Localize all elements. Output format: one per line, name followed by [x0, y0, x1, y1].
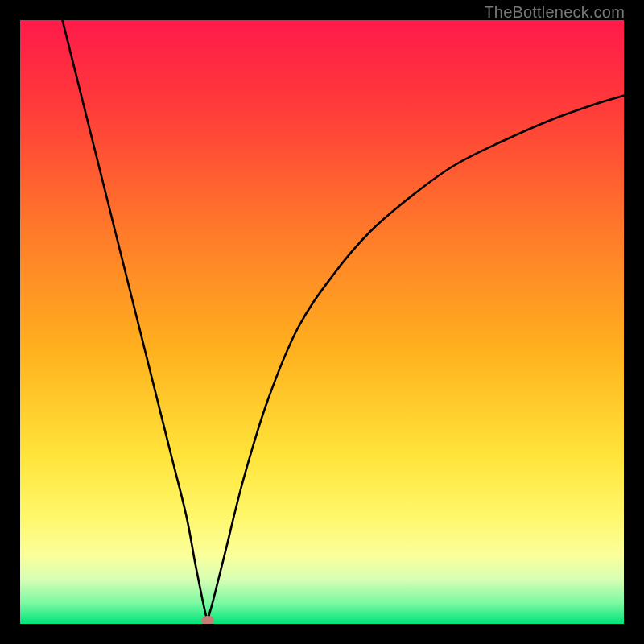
gradient-bg [20, 20, 624, 624]
watermark-text: TheBottleneck.com [484, 3, 625, 22]
minimum-marker [201, 616, 214, 624]
chart-frame: TheBottleneck.com [0, 0, 644, 644]
chart-svg [20, 20, 624, 624]
plot-area [20, 20, 624, 624]
